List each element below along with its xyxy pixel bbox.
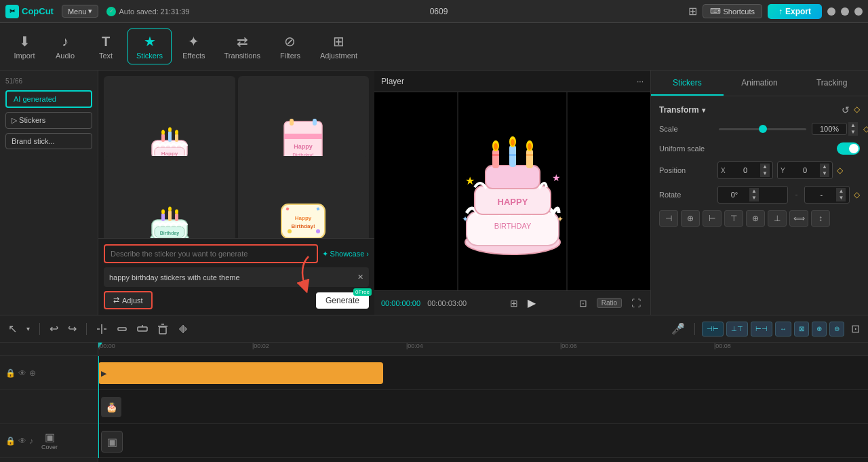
crop-tool[interactable] (114, 321, 130, 337)
svg-text:★: ★ (552, 172, 561, 183)
player-options-icon[interactable]: ··· (637, 77, 644, 86)
tool-effects[interactable]: ✦ Effects (174, 29, 213, 64)
scale-input[interactable] (812, 123, 847, 135)
tl-split-right-btn[interactable]: ⊣⊢ (702, 322, 724, 336)
align-bottom-btn[interactable]: ⊥ (768, 210, 787, 227)
track-add-icon-1[interactable]: ⊕ (29, 368, 36, 378)
reset-icon[interactable]: ↺ (842, 104, 850, 115)
play-button[interactable]: ▶ (528, 296, 536, 309)
scale-keyframe-icon[interactable]: ◇ (863, 124, 868, 134)
tl-delete-right-btn[interactable]: ⊠ (794, 322, 809, 336)
pos-y-down-btn[interactable]: ▼ (820, 170, 829, 177)
track-visible-icon-2[interactable]: 👁 (18, 436, 26, 446)
align-center-v-btn[interactable]: ⊕ (746, 210, 765, 227)
generate-button[interactable]: Generate 0Free (316, 292, 369, 309)
tab-stickers[interactable]: Stickers (651, 71, 724, 96)
fit-icon[interactable]: ⊡ (576, 296, 590, 310)
rotate-up-btn[interactable]: ▲ (749, 188, 759, 195)
adjust-button[interactable]: ⇄ Adjust (104, 291, 153, 309)
svg-rect-20 (161, 213, 165, 221)
track-visible-icon-1[interactable]: 👁 (18, 368, 26, 378)
sticker-item[interactable]: Birthday (104, 156, 235, 239)
ratio-badge[interactable]: Ratio (597, 298, 622, 308)
tool-import[interactable]: ⬇ Import (5, 29, 43, 64)
tl-mirror-right-btn[interactable]: ↔ (775, 322, 791, 336)
pos-x-down-btn[interactable]: ▼ (760, 170, 770, 177)
clear-prompt-icon[interactable]: ✕ (357, 273, 363, 282)
rotate-down-btn[interactable]: ▼ (749, 195, 759, 201)
flip-down-btn[interactable]: ▼ (836, 195, 846, 201)
position-keyframe-icon[interactable]: ◇ (837, 166, 843, 175)
ai-describe-input[interactable] (104, 244, 318, 263)
tl-add-right-btn[interactable]: ⊕ (812, 322, 827, 336)
track-audio-icon-2[interactable]: ♪ (29, 436, 33, 446)
mic-btn[interactable]: 🎤 (669, 321, 688, 336)
pos-y-up-btn[interactable]: ▲ (820, 163, 829, 170)
pos-y-input[interactable] (791, 166, 818, 174)
main-clip[interactable]: ▶ (98, 362, 383, 384)
align-dist-h-btn[interactable]: ⟺ (789, 210, 808, 227)
delete-tool[interactable] (155, 321, 171, 337)
tool-transitions[interactable]: ⇄ Transitions (216, 29, 269, 64)
pos-x-up-btn[interactable]: ▲ (760, 163, 770, 170)
align-dist-v-btn[interactable]: ↕ (811, 210, 830, 227)
tool-filters[interactable]: ⊘ Filters (271, 29, 309, 64)
align-center-h-btn[interactable]: ⊕ (681, 210, 700, 227)
align-left-btn[interactable]: ⊣ (659, 210, 678, 227)
cover-track-label: 🔒 👁 ♪ ▣ Cover (0, 424, 98, 458)
track-lock-icon-1[interactable]: 🔒 (5, 368, 16, 378)
rotate-keyframe-icon[interactable]: ◇ (854, 190, 860, 199)
autosave-text: Auto saved: 21:31:39 (119, 7, 189, 16)
ruler-corner (0, 343, 98, 356)
export-button[interactable]: ↑ Export (768, 4, 822, 19)
grid-icon[interactable]: ⊞ (688, 5, 697, 18)
tool-stickers[interactable]: ★ Stickers (127, 28, 172, 64)
stickers-panel-button[interactable]: ▷ Stickers (5, 112, 92, 129)
showcase-link[interactable]: ✦ Showcase › (322, 250, 369, 258)
detach-tool[interactable] (134, 321, 151, 337)
keyframe-icon[interactable]: ◇ (854, 104, 860, 115)
ai-prompt-box: happy birthday stickers with cute theme … (104, 267, 369, 287)
minimize-button[interactable] (827, 7, 835, 16)
shortcuts-button[interactable]: ⌨ Shortcuts (703, 4, 762, 18)
brand-stickers-button[interactable]: Brand stick... (5, 133, 92, 149)
track-lock-icon-2[interactable]: 🔒 (5, 436, 16, 446)
select-tool-btn[interactable]: ↖ (5, 321, 20, 336)
ai-generated-button[interactable]: AI generated (5, 90, 92, 108)
fit-timeline-btn[interactable]: ⊡ (848, 321, 863, 336)
align-right-btn[interactable]: ⊢ (703, 210, 722, 227)
mirror-tool[interactable] (175, 321, 191, 337)
grid-view-icon[interactable]: ⊞ (507, 296, 521, 310)
scale-down-btn[interactable]: ▼ (848, 129, 858, 136)
sticker-count-label: 51/66 (5, 76, 92, 86)
tl-chevron-btn[interactable]: ▾ (24, 324, 33, 334)
cover-thumbnail[interactable]: ▣ (101, 431, 123, 453)
align-top-btn[interactable]: ⊤ (724, 210, 743, 227)
tab-animation[interactable]: Animation (724, 71, 796, 96)
flip-up-btn[interactable]: ▲ (836, 188, 846, 195)
rotate-flip-input[interactable] (808, 191, 835, 199)
pos-x-input[interactable] (732, 166, 759, 174)
tl-crop-right-btn[interactable]: ⊢⊣ (751, 322, 772, 336)
scale-slider[interactable] (719, 128, 806, 130)
tl-minus-right-btn[interactable]: ⊖ (829, 322, 844, 336)
logo-icon: ✂ (5, 5, 19, 18)
split-tool[interactable] (94, 321, 110, 337)
sticker-track-item[interactable]: 🎂 (101, 397, 121, 417)
tab-tracking[interactable]: Tracking (795, 71, 868, 96)
menu-button[interactable]: Menu ▾ (62, 5, 99, 18)
tl-detach-right-btn[interactable]: ⊥⊤ (726, 322, 748, 336)
maximize-button[interactable] (841, 7, 849, 16)
sticker-item[interactable]: Happy Birthday! (238, 156, 370, 239)
scale-up-btn[interactable]: ▲ (848, 122, 858, 129)
close-button[interactable] (854, 7, 863, 16)
fullscreen-icon[interactable]: ⛶ (629, 296, 644, 310)
tool-text[interactable]: T Text (87, 30, 125, 64)
tool-audio[interactable]: ♪ Audio (46, 30, 84, 64)
redo-btn[interactable]: ↪ (65, 321, 79, 336)
ai-actions: ⇄ Adjust Generate 0Free (104, 291, 369, 309)
tool-adjustment[interactable]: ⊞ Adjustment (312, 29, 366, 64)
uniform-scale-toggle[interactable] (837, 142, 860, 155)
undo-btn[interactable]: ↩ (47, 321, 61, 336)
rotate-input[interactable] (721, 191, 748, 199)
